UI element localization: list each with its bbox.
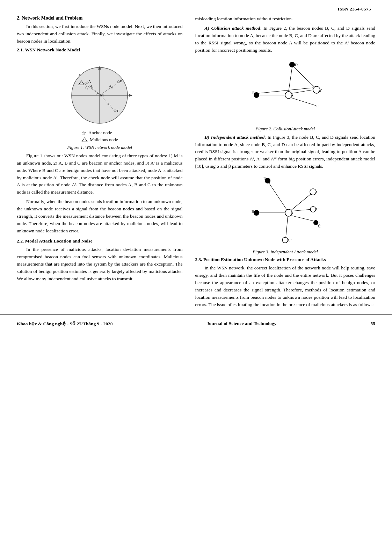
svg-text:A'': A'' bbox=[315, 207, 319, 211]
anchor-label: Anchor node bbox=[88, 130, 112, 136]
section21-title: 2.1. WSN Network Node Model bbox=[17, 47, 182, 53]
figure1-container: M B ☆ C ☆ A ☆ A' d bbox=[17, 57, 182, 150]
svg-line-36 bbox=[289, 67, 292, 92]
svg-text:d: d bbox=[85, 86, 87, 89]
footer-center: Journal of Science and Technology bbox=[207, 321, 277, 326]
fig1-caption: Figure 1. WSN network node model bbox=[67, 145, 132, 150]
fig2-caption: Figure 2. CollusionAttack model bbox=[255, 126, 315, 132]
section2-title: 2. Network Model and Problem bbox=[17, 15, 182, 21]
figure3-container: D A' A'' B A C bbox=[195, 174, 375, 255]
svg-text:d: d bbox=[108, 102, 109, 106]
page: ISSN 2354-0575 2. Network Model and Prob… bbox=[0, 0, 392, 557]
footer-left: Khoa học & Công nghệ - Số 27/Tháng 9 - 2… bbox=[17, 321, 113, 327]
svg-text:☆: ☆ bbox=[113, 108, 117, 113]
svg-text:C: C bbox=[117, 109, 119, 113]
svg-point-27 bbox=[289, 62, 295, 67]
figure3-svg: D A' A'' B A C bbox=[240, 174, 331, 248]
svg-text:A''': A''' bbox=[287, 238, 292, 242]
svg-line-39 bbox=[292, 90, 313, 93]
anchor-icon: ☆ bbox=[81, 130, 86, 136]
svg-text:B: B bbox=[252, 91, 255, 95]
svg-text:A: A bbox=[291, 211, 293, 215]
malicious-label: Malicious node bbox=[90, 137, 118, 143]
svg-line-58 bbox=[291, 216, 314, 221]
svg-text:c: c bbox=[110, 104, 111, 107]
svg-text:B: B bbox=[252, 209, 254, 214]
svg-line-57 bbox=[292, 209, 311, 211]
figure2-svg: D A' B A C bbox=[240, 58, 331, 125]
section21-para2: Normally, when the beacon nodes sends lo… bbox=[17, 198, 182, 235]
malicious-icon bbox=[81, 137, 88, 142]
svg-marker-4 bbox=[129, 94, 132, 97]
figure1-svg: M B ☆ C ☆ A ☆ A' d bbox=[58, 57, 141, 127]
svg-line-60 bbox=[269, 183, 287, 210]
section22-para1: In the presence of malicious attacks, lo… bbox=[17, 246, 182, 283]
svg-text:A': A' bbox=[315, 190, 319, 194]
right-column: misleading location information without … bbox=[189, 15, 375, 311]
independent-title: B) Independent attack method bbox=[204, 135, 264, 140]
footer-page-number: 55 bbox=[371, 321, 376, 326]
legend-anchor: ☆ Anchor node bbox=[81, 130, 112, 136]
section23-title: 2.3. Position Estimation Unknown Node wi… bbox=[195, 257, 375, 262]
fig3-caption: Figure 3. Independent Attack model bbox=[253, 249, 318, 255]
svg-text:A: A bbox=[291, 93, 293, 97]
svg-text:C: C bbox=[317, 104, 319, 108]
svg-text:C: C bbox=[318, 224, 320, 228]
issn-label: ISSN 2354-0575 bbox=[0, 0, 392, 12]
svg-text:☆: ☆ bbox=[116, 79, 121, 84]
svg-text:A': A' bbox=[318, 88, 322, 92]
section2-intro: In this section, we first introduce the … bbox=[17, 23, 182, 45]
svg-line-56 bbox=[291, 194, 311, 210]
figure2-container: D A' B A C bbox=[195, 58, 375, 132]
right-intro-para: misleading location information without … bbox=[195, 15, 375, 23]
footer: Khoa học & Công nghệ - Số 27/Tháng 9 - 2… bbox=[0, 314, 392, 330]
legend: ☆ Anchor node Malicious node bbox=[81, 130, 118, 143]
section21-para1: Figure 1 shows our WSN nodes model consi… bbox=[17, 152, 182, 196]
svg-text:A': A' bbox=[78, 73, 82, 77]
collusion-para: A) Collusion attack method: In Figure 2,… bbox=[195, 25, 375, 54]
collusion-title: A) Collusion attack method bbox=[204, 26, 260, 31]
section22-title: 2.2. Model Attack Location and Noise bbox=[17, 238, 182, 244]
left-column: 2. Network Model and Problem In this sec… bbox=[17, 15, 189, 311]
svg-line-37 bbox=[293, 67, 315, 87]
svg-text:D: D bbox=[263, 176, 266, 181]
svg-point-53 bbox=[313, 220, 318, 225]
svg-marker-26 bbox=[82, 138, 87, 142]
independent-para: B) Independent attack method: In Figure … bbox=[195, 134, 375, 171]
svg-text:d: d bbox=[109, 85, 111, 88]
svg-line-41 bbox=[259, 88, 313, 93]
section23-para1: In the WSN network, the correct localiza… bbox=[195, 265, 375, 309]
svg-line-59 bbox=[286, 216, 288, 237]
svg-line-40 bbox=[291, 98, 316, 106]
svg-text:D: D bbox=[295, 63, 298, 67]
columns: 2. Network Model and Problem In this sec… bbox=[0, 12, 392, 311]
svg-text:b: b bbox=[111, 86, 113, 89]
svg-point-48 bbox=[254, 210, 259, 216]
legend-malicious: Malicious node bbox=[81, 137, 118, 143]
